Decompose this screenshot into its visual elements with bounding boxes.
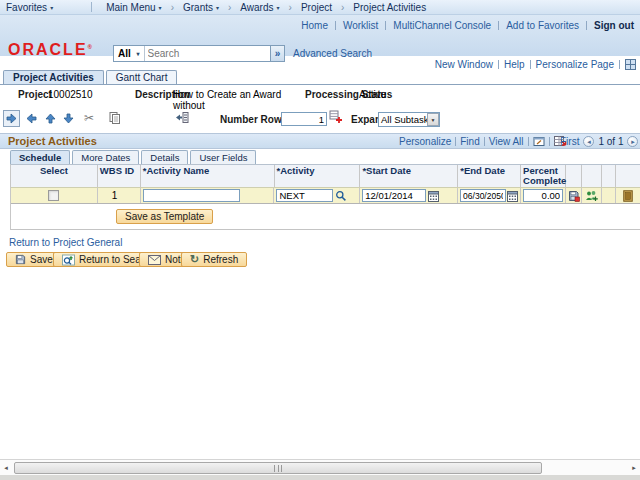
breadcrumb-item-awards[interactable]: Awards▾ — [240, 2, 279, 13]
search-go-button[interactable]: » — [271, 45, 285, 62]
view-all-link[interactable]: View All — [489, 136, 524, 147]
breadcrumb-item-project[interactable]: Project — [301, 2, 332, 13]
start-date-input[interactable] — [362, 189, 426, 202]
header-spacer — [582, 165, 602, 187]
scroll-left-arrow[interactable]: ◂ — [0, 461, 12, 475]
header-link-add-to-favorites[interactable]: Add to Favorites — [506, 20, 579, 31]
personalize-page-link[interactable]: Personalize Page — [536, 59, 614, 70]
chevron-down-icon: ▼ — [427, 113, 439, 126]
move-down-icon[interactable] — [62, 112, 75, 125]
header-links: Home Worklist MultiChannel Console Add t… — [294, 20, 634, 31]
end-date-calendar-icon[interactable] — [507, 190, 518, 202]
refresh-button[interactable]: ↻ Refresh — [181, 252, 247, 267]
cut-icon[interactable]: ✂ — [84, 111, 94, 125]
oracle-logo: ORACLE® — [8, 41, 92, 59]
copy-icon[interactable] — [108, 111, 122, 125]
first-link[interactable]: First — [560, 136, 579, 147]
header-link-home[interactable]: Home — [301, 20, 328, 31]
previous-row-button[interactable]: ◂ — [583, 136, 594, 147]
save-disk-icon — [15, 254, 26, 265]
divider — [586, 21, 587, 30]
activity-name-input[interactable] — [143, 189, 240, 202]
header-banner: Home Worklist MultiChannel Console Add t… — [0, 15, 640, 56]
indent-right-icon[interactable] — [3, 110, 20, 127]
end-date-input[interactable] — [460, 189, 506, 202]
divider — [530, 60, 531, 69]
divider — [335, 21, 336, 30]
save-as-template-button[interactable]: Save as Template — [116, 209, 213, 224]
number-rows-input[interactable] — [281, 112, 327, 126]
search-return-icon — [62, 254, 75, 266]
go-to-detail-icon[interactable] — [623, 190, 633, 202]
resources-team-icon[interactable] — [585, 190, 598, 202]
advanced-search-link[interactable]: Advanced Search — [293, 48, 372, 59]
number-rows-label: Number Rows — [220, 114, 287, 125]
project-value: 10002510 — [48, 89, 93, 100]
return-to-project-general-link[interactable]: Return to Project General — [9, 237, 122, 248]
personalize-grid-icon[interactable] — [625, 59, 636, 70]
divider — [385, 21, 386, 30]
horizontal-scrollbar: ◂ ▸ — [0, 459, 640, 475]
search-input[interactable] — [145, 47, 270, 60]
search-bar: All ▾ » Advanced Search — [113, 45, 372, 62]
scroll-right-arrow[interactable]: ▸ — [628, 461, 640, 475]
scrollbar-thumb[interactable] — [14, 462, 542, 474]
tab-schedule[interactable]: Schedule — [10, 150, 70, 164]
personalize-link[interactable]: Personalize — [399, 136, 451, 147]
main-tabs: Project Activities Gantt Chart — [0, 71, 640, 85]
percent-complete-input[interactable] — [523, 189, 563, 202]
grid-tabs: Schedule More Dates Details User Fields — [10, 150, 258, 164]
grid-footer: Save as Template — [11, 204, 640, 230]
help-link[interactable]: Help — [504, 59, 525, 70]
breadcrumb-item-grants[interactable]: Grants▾ — [183, 2, 219, 13]
start-date-calendar-icon[interactable] — [428, 190, 439, 202]
tab-details[interactable]: Details — [141, 150, 188, 164]
search-box: All ▾ — [113, 45, 271, 62]
header-link-multichannel-console[interactable]: MultiChannel Console — [393, 20, 491, 31]
tab-gantt-chart[interactable]: Gantt Chart — [106, 70, 178, 84]
header-link-worklist[interactable]: Worklist — [343, 20, 378, 31]
move-up-icon[interactable] — [44, 112, 57, 125]
outdent-left-icon[interactable] — [25, 112, 38, 125]
breadcrumb-chevron: › — [228, 2, 231, 13]
breadcrumb-divider — [91, 2, 92, 12]
breadcrumb-main-menu[interactable]: Main Menu▾ — [106, 2, 161, 13]
breadcrumb-item-project-activities[interactable]: Project Activities — [353, 2, 426, 13]
tab-project-activities[interactable]: Project Activities — [3, 70, 104, 84]
zoom-window-icon[interactable] — [533, 136, 545, 147]
find-link[interactable]: Find — [460, 136, 479, 147]
paste-rows-icon[interactable] — [175, 111, 189, 124]
insert-rows-icon[interactable] — [329, 110, 343, 124]
sign-out-link[interactable]: Sign out — [594, 20, 634, 31]
header-activity: *Activity — [275, 165, 361, 187]
expand-select[interactable]: All Subtasks ▼ — [378, 112, 440, 127]
notify-envelope-icon — [148, 255, 161, 265]
wbs-id-value: 1 — [98, 188, 141, 203]
new-window-link[interactable]: New Window — [435, 59, 493, 70]
activity-definition-disk-icon[interactable] — [568, 190, 580, 202]
tab-more-dates[interactable]: More Dates — [72, 150, 139, 164]
header-select: Select — [11, 165, 98, 187]
header-start-date: *Start Date — [360, 165, 458, 187]
tab-user-fields[interactable]: User Fields — [190, 150, 256, 164]
chevron-down-icon: ▾ — [277, 5, 280, 11]
activity-lookup-icon[interactable] — [335, 190, 347, 202]
search-scope-dropdown[interactable]: All ▾ — [114, 46, 145, 61]
expand-select-value: All Subtasks — [379, 114, 427, 125]
next-row-button[interactable]: ▸ — [627, 136, 638, 147]
grid-header-row: Select WBS ID *Activity Name *Activity *… — [11, 165, 640, 187]
header-end-date: *End Date — [458, 165, 521, 187]
divider — [498, 60, 499, 69]
status-strip — [0, 475, 640, 480]
activity-input[interactable] — [276, 189, 333, 202]
row-select-checkbox[interactable] — [48, 190, 59, 201]
header-percent-complete: Percent Complete — [521, 165, 566, 187]
table-row: 1 — [11, 187, 640, 204]
breadcrumb-favorites[interactable]: Favorites▾ — [6, 2, 53, 13]
scrollbar-grip — [274, 465, 282, 472]
grid-pagination: First ◂ 1 of 1 ▸ Last — [560, 136, 640, 147]
description-value: How to Create an Award without — [173, 89, 285, 111]
divider — [528, 137, 529, 146]
breadcrumb: Favorites▾ Main Menu▾ › Grants▾ › Awards… — [0, 0, 640, 15]
header-activity-name: *Activity Name — [141, 165, 275, 187]
